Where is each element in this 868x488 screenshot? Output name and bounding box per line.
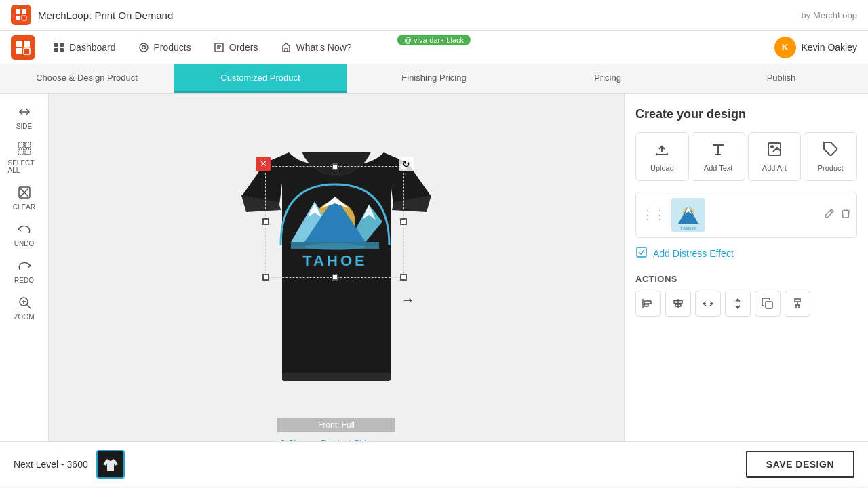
nav-dashboard-label: Dashboard bbox=[69, 42, 116, 53]
nav-orders[interactable]: Orders bbox=[203, 37, 268, 58]
svg-line-46 bbox=[830, 211, 832, 213]
product-button[interactable]: Product bbox=[804, 132, 857, 181]
front-label: Front: Full bbox=[277, 418, 395, 432]
handle-bottom-left[interactable] bbox=[262, 274, 269, 281]
add-text-button[interactable]: Add Text bbox=[692, 132, 745, 181]
art-preview-row: ⋮⋮ TAHOE bbox=[635, 192, 857, 238]
nav-whats-new-label: What's Now? bbox=[296, 42, 352, 53]
edit-art-button[interactable] bbox=[824, 208, 835, 222]
svg-rect-21 bbox=[25, 149, 31, 155]
drag-handle[interactable]: ⋮⋮ bbox=[642, 207, 666, 222]
align-left-button[interactable] bbox=[635, 291, 661, 317]
format-button[interactable] bbox=[785, 291, 810, 317]
add-art-label: Add Art bbox=[762, 164, 787, 172]
panel-title: Create your design bbox=[635, 107, 857, 121]
add-text-icon bbox=[710, 141, 726, 161]
handle-bottom-center[interactable] bbox=[332, 274, 338, 281]
art-item-actions bbox=[824, 208, 851, 222]
svg-rect-9 bbox=[60, 43, 64, 47]
delete-design-button[interactable]: ✕ bbox=[256, 157, 271, 171]
change-side-label: Change Product Side bbox=[288, 438, 372, 441]
svg-rect-5 bbox=[24, 41, 30, 47]
nav-whats-new[interactable]: What's Now? bbox=[271, 37, 361, 58]
svg-rect-52 bbox=[644, 301, 651, 304]
design-overlay[interactable]: ✕ ↻ bbox=[265, 166, 404, 278]
tab-finishing[interactable]: Finishing Pricing bbox=[347, 64, 521, 93]
navbar: Dashboard Products Orders What's Now? @ … bbox=[0, 30, 868, 64]
tool-zoom[interactable]: ZOOM bbox=[5, 291, 43, 325]
product-label: Next Level - 3600 bbox=[14, 459, 88, 470]
products-icon bbox=[138, 41, 150, 54]
tool-side-label: SIDE bbox=[16, 123, 32, 130]
bottom-bar: Next Level - 3600 SAVE DESIGN bbox=[0, 441, 868, 486]
actions-label: ACTIONS bbox=[635, 274, 857, 284]
handle-mid-right[interactable] bbox=[400, 218, 407, 225]
app-logo bbox=[11, 5, 31, 25]
art-thumbnail: TAHOE bbox=[671, 198, 705, 232]
product-thumbnail[interactable] bbox=[96, 450, 125, 479]
shrink-horizontal-button[interactable] bbox=[695, 291, 721, 317]
nav-logo bbox=[11, 35, 35, 60]
product-icon bbox=[823, 141, 839, 161]
tab-customize[interactable]: Customized Product bbox=[174, 64, 347, 93]
save-design-button[interactable]: SAVE DESIGN bbox=[746, 451, 854, 478]
tab-choose[interactable]: Choose & Design Product bbox=[0, 64, 174, 93]
svg-rect-4 bbox=[16, 41, 22, 47]
shrink-vertical-button[interactable] bbox=[725, 291, 751, 317]
svg-line-24 bbox=[26, 305, 31, 309]
tool-clear[interactable]: CLEAR bbox=[5, 181, 43, 215]
handle-mid-left[interactable] bbox=[262, 218, 269, 225]
upload-button[interactable]: Upload bbox=[635, 132, 689, 181]
tool-undo-label: UNDO bbox=[14, 240, 34, 247]
tool-redo-label: REDO bbox=[14, 277, 34, 284]
svg-rect-53 bbox=[644, 304, 648, 306]
zoom-icon bbox=[17, 295, 32, 312]
tool-select-all[interactable]: SELECT ALL bbox=[5, 137, 43, 178]
align-center-h-button[interactable] bbox=[665, 291, 691, 317]
topbar: MerchLoop: Print On Demand by MerchLoop bbox=[0, 0, 868, 30]
color-badge: @ viva-dark-black bbox=[397, 35, 471, 45]
tool-clear-label: CLEAR bbox=[13, 203, 35, 211]
add-art-button[interactable]: Add Art bbox=[748, 132, 802, 181]
product-label-btn: Product bbox=[818, 164, 844, 172]
svg-point-12 bbox=[140, 43, 148, 52]
delete-art-button[interactable] bbox=[840, 208, 851, 222]
tool-zoom-label: ZOOM bbox=[14, 313, 35, 321]
svg-rect-14 bbox=[215, 43, 223, 52]
rotate-design-button[interactable]: ↻ bbox=[399, 157, 414, 171]
svg-rect-0 bbox=[16, 9, 20, 14]
duplicate-button[interactable] bbox=[755, 291, 781, 317]
handle-bottom-right[interactable] bbox=[400, 274, 407, 281]
whats-new-icon bbox=[280, 41, 292, 54]
tool-side[interactable]: SIDE bbox=[5, 100, 43, 134]
svg-rect-3 bbox=[22, 16, 26, 20]
svg-point-39 bbox=[771, 146, 773, 148]
product-info: Next Level - 3600 bbox=[14, 450, 125, 479]
nav-products[interactable]: Products bbox=[128, 37, 201, 58]
svg-rect-50 bbox=[637, 247, 646, 257]
change-product-side-button[interactable]: ↺ Change Product Side bbox=[277, 438, 395, 441]
redo-icon bbox=[17, 258, 32, 275]
svg-rect-18 bbox=[18, 142, 24, 148]
add-distress-label: Add Distress Effect bbox=[653, 248, 734, 259]
svg-rect-7 bbox=[24, 48, 30, 54]
nav-products-label: Products bbox=[154, 42, 191, 53]
svg-point-13 bbox=[142, 45, 145, 49]
svg-rect-20 bbox=[18, 149, 24, 155]
tab-publish[interactable]: Publish bbox=[694, 64, 868, 93]
tshirt-container: ✕ ↻ bbox=[221, 122, 452, 413]
upload-icon bbox=[654, 141, 670, 161]
handle-top-center[interactable] bbox=[332, 163, 338, 170]
nav-dashboard[interactable]: Dashboard bbox=[43, 37, 125, 58]
nav-orders-label: Orders bbox=[229, 42, 258, 53]
tab-pricing[interactable]: Pricing bbox=[521, 64, 694, 93]
tool-redo[interactable]: REDO bbox=[5, 254, 43, 288]
topbar-credit: by MerchLoop bbox=[802, 10, 857, 20]
change-side-icon: ↺ bbox=[277, 438, 285, 441]
user-name: Kevin Oakley bbox=[802, 42, 857, 53]
svg-text:TAHOE: TAHOE bbox=[302, 252, 367, 269]
svg-rect-8 bbox=[54, 43, 58, 47]
tool-select-all-label: SELECT ALL bbox=[8, 159, 41, 174]
tool-undo[interactable]: UNDO bbox=[5, 218, 43, 251]
add-distress-button[interactable]: Add Distress Effect bbox=[635, 246, 857, 260]
